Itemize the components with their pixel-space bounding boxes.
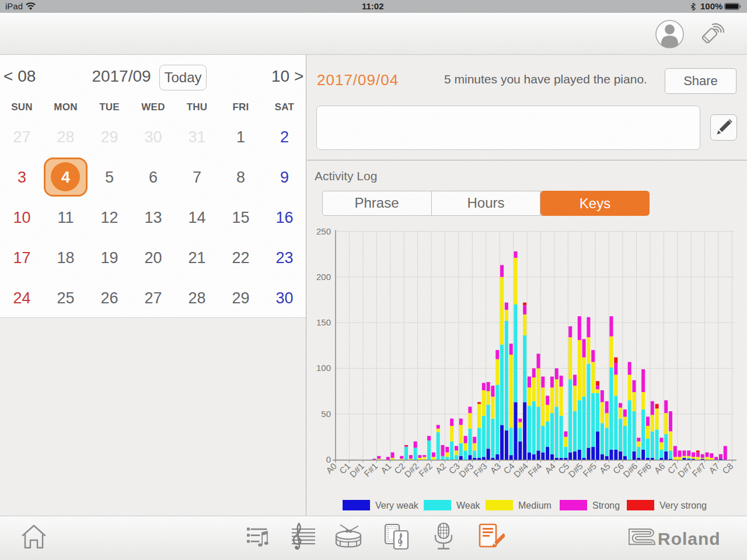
svg-text:F#4: F#4	[526, 461, 543, 478]
svg-text:A1: A1	[379, 461, 393, 475]
svg-text:200: 200	[316, 272, 331, 282]
svg-text:150: 150	[316, 317, 331, 327]
svg-text:F#1: F#1	[362, 461, 379, 478]
svg-text:A7: A7	[707, 461, 721, 475]
svg-text:F#3: F#3	[472, 461, 489, 478]
svg-text:A4: A4	[543, 461, 557, 475]
svg-text:250: 250	[316, 226, 331, 236]
svg-text:A3: A3	[488, 461, 502, 475]
svg-text:100: 100	[316, 363, 331, 373]
svg-text:C8: C8	[720, 461, 735, 476]
svg-text:Roland: Roland	[658, 529, 721, 547]
svg-text:F#6: F#6	[636, 461, 653, 478]
svg-text:A2: A2	[434, 461, 448, 475]
svg-text:A6: A6	[652, 461, 666, 475]
svg-text:F#2: F#2	[417, 461, 434, 478]
svg-text:50: 50	[321, 409, 331, 419]
svg-text:F#5: F#5	[581, 461, 598, 478]
svg-text:F#7: F#7	[690, 461, 707, 478]
svg-text:A5: A5	[598, 461, 612, 475]
